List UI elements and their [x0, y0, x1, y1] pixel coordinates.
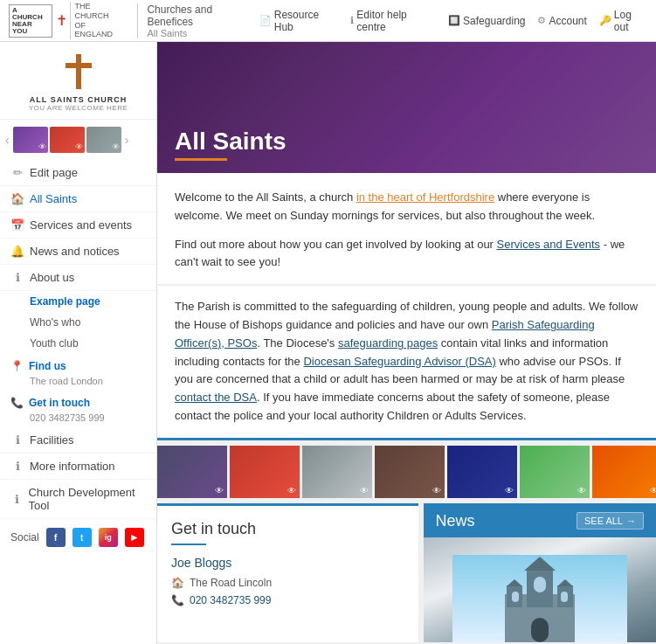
- services-events-link[interactable]: Services and Events: [497, 238, 601, 251]
- pin-icon: 📍: [10, 360, 24, 372]
- church-sub: YOU ARE WELCOME HERE: [9, 104, 148, 112]
- svg-rect-12: [512, 592, 519, 602]
- youtube-icon[interactable]: ▶: [125, 528, 144, 547]
- get-in-touch-underline: [171, 544, 206, 545]
- info-icon-cdt: ℹ: [10, 493, 23, 506]
- twitter-icon[interactable]: t: [73, 528, 92, 547]
- hero-title: All Saints: [175, 128, 287, 156]
- content-thumb-2[interactable]: 👁: [230, 446, 300, 498]
- eye-icon-2: 👁: [75, 142, 83, 151]
- top-navigation: a church near you ✝ THE CHURCH OF ENGLAN…: [0, 0, 656, 42]
- phone-link[interactable]: 020 3482735 999: [190, 594, 271, 606]
- facebook-icon[interactable]: f: [46, 528, 66, 547]
- sidebar-item-all-saints[interactable]: 🏠 All Saints: [0, 186, 156, 212]
- content-area: All Saints Welcome to the All Saints, a …: [157, 42, 656, 644]
- sidebar-thumb-2[interactable]: 👁: [50, 127, 85, 153]
- sidebar-phone-number: 020 3482735 999: [0, 411, 156, 427]
- safeguarding-link-2[interactable]: safeguarding pages: [338, 336, 438, 350]
- church-name: ALL SAINTS CHURCH: [9, 95, 148, 104]
- images-next-button[interactable]: ›: [123, 133, 131, 147]
- calendar-icon: 📅: [10, 218, 24, 232]
- panel-news: News SEE ALL →: [424, 503, 657, 642]
- content-eye-4: 👁: [432, 486, 441, 495]
- sidebar-item-services-events[interactable]: 📅 Services and events: [0, 212, 156, 239]
- content-thumb-6[interactable]: 👁: [520, 446, 590, 498]
- contact-address: 🏠 The Road Lincoln: [171, 577, 404, 589]
- info-icon-more: ℹ: [10, 460, 24, 473]
- hertfordshire-link[interactable]: in the heart of Hertfordshire: [356, 190, 494, 204]
- sidebar-item-get-in-touch[interactable]: 📞 Get in touch: [0, 391, 156, 411]
- sidebar-item-edit-page[interactable]: ✏ Edit page: [0, 160, 156, 186]
- content-eye-1: 👁: [215, 486, 224, 495]
- sidebar-subitem-youth-club[interactable]: Youth club: [0, 333, 156, 354]
- cross-icon: [66, 54, 92, 89]
- safeguarding-link[interactable]: 🔲 Safeguarding: [448, 15, 525, 27]
- contact-name: Joe Bloggs: [171, 556, 404, 570]
- logo-area[interactable]: a church near you ✝ THE CHURCH OF ENGLAN…: [9, 2, 125, 39]
- safeguarding-icon: 🔲: [448, 15, 460, 26]
- content-thumb-5[interactable]: 👁: [447, 446, 517, 498]
- safeguarding-text: The Parish is committed to the safeguard…: [175, 298, 639, 426]
- content-eye-6: 👁: [577, 486, 586, 495]
- logout-link[interactable]: 🔑 Log out: [599, 9, 647, 33]
- resource-hub-link[interactable]: 📄 Resource Hub: [259, 9, 339, 33]
- sidebar-item-church-dev-tool[interactable]: ℹ Church Development Tool: [0, 480, 156, 519]
- coe-logo: THE CHURCH OF ENGLAND: [70, 2, 126, 39]
- eye-icon-3: 👁: [112, 142, 120, 151]
- sidebar-thumb-3[interactable]: 👁: [86, 127, 121, 153]
- svg-rect-1: [66, 63, 92, 68]
- get-in-touch-title: Get in touch: [171, 520, 404, 538]
- breadcrumb-main[interactable]: Churches and Benefices: [147, 3, 259, 28]
- bell-icon: 🔔: [10, 245, 24, 258]
- sidebar-thumb-1[interactable]: 👁: [13, 127, 48, 153]
- sidebar-item-find-us[interactable]: 📍 Find us: [0, 354, 156, 374]
- top-nav-links: 📄 Resource Hub ℹ Editor help centre 🔲 Sa…: [259, 9, 647, 33]
- sidebar-find-us-address: The road London: [0, 374, 156, 391]
- news-see-all-button[interactable]: SEE ALL →: [577, 512, 644, 530]
- sidebar-item-news-notices[interactable]: 🔔 News and notices: [0, 239, 156, 265]
- eye-icon-1: 👁: [38, 142, 46, 151]
- hero-underline: [175, 158, 227, 161]
- welcome-para-2: Find out more about how you can get invo…: [175, 236, 639, 273]
- safeguarding-link-3[interactable]: Diocesan Safeguarding Advisor (DSA): [303, 355, 495, 368]
- breadcrumb-sub: All Saints: [147, 28, 259, 38]
- content-thumb-1[interactable]: 👁: [157, 446, 227, 498]
- content-thumb-3[interactable]: 👁: [302, 446, 372, 498]
- safeguarding-link-4[interactable]: contact the DSA: [175, 391, 257, 404]
- content-eye-5: 👁: [505, 486, 514, 495]
- panel-get-in-touch: Get in touch Joe Bloggs 🏠 The Road Linco…: [157, 503, 418, 642]
- instagram-icon[interactable]: ig: [99, 528, 118, 547]
- svg-rect-11: [534, 577, 546, 592]
- content-eye-7: 👁: [650, 486, 656, 495]
- hero-banner: All Saints: [157, 42, 656, 173]
- social-label: Social: [10, 531, 39, 544]
- sidebar-item-facilities[interactable]: ℹ Facilities: [0, 427, 156, 454]
- bottom-panels-row: Get in touch Joe Bloggs 🏠 The Road Linco…: [157, 503, 656, 644]
- logout-icon: 🔑: [599, 15, 611, 26]
- news-title: News: [436, 512, 475, 530]
- welcome-section: Welcome to the All Saints, a church in t…: [157, 173, 656, 285]
- arrow-right-icon: →: [626, 516, 636, 526]
- welcome-para-1: Welcome to the All Saints, a church in t…: [175, 189, 639, 225]
- images-prev-button[interactable]: ‹: [3, 133, 11, 147]
- acny-logo: a church near you: [9, 4, 52, 38]
- info-icon-about: ℹ: [10, 271, 24, 284]
- phone-icon: 📞: [10, 397, 24, 409]
- sidebar-item-more-info[interactable]: ℹ More information: [0, 454, 156, 480]
- editor-help-icon: ℹ: [350, 15, 354, 26]
- content-image-strip: 👁 👁 👁 👁 👁 👁 👁: [157, 440, 656, 503]
- sidebar-item-about-us[interactable]: ℹ About us: [0, 265, 156, 291]
- content-thumb-7[interactable]: 👁: [592, 446, 656, 498]
- account-icon: ⚙: [537, 15, 546, 26]
- contact-phone: 📞 020 3482735 999: [171, 594, 404, 606]
- editor-help-link[interactable]: ℹ Editor help centre: [350, 9, 436, 33]
- sidebar-logo: ALL SAINTS CHURCH YOU ARE WELCOME HERE: [0, 42, 156, 120]
- sidebar-subitem-example-page[interactable]: Example page: [0, 291, 156, 312]
- account-link[interactable]: ⚙ Account: [537, 15, 586, 27]
- phone-detail-icon: 📞: [171, 594, 184, 606]
- sidebar-subitem-whos-who[interactable]: Who's who: [0, 312, 156, 333]
- safeguarding-section: The Parish is committed to the safeguard…: [157, 285, 656, 440]
- svg-rect-13: [561, 592, 568, 602]
- sidebar: ALL SAINTS CHURCH YOU ARE WELCOME HERE ‹…: [0, 42, 157, 644]
- content-thumb-4[interactable]: 👁: [375, 446, 445, 498]
